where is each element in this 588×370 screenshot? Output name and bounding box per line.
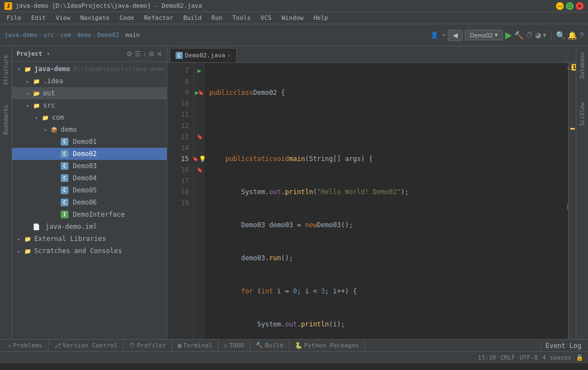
- indent-info[interactable]: 4 spaces: [542, 354, 571, 361]
- panel-gear-button[interactable]: ⚙: [149, 50, 155, 58]
- back-button[interactable]: ◀: [448, 30, 463, 41]
- line-ending[interactable]: CRLF: [500, 354, 515, 361]
- breadcrumb-method: main: [125, 31, 140, 39]
- panel-dropdown[interactable]: ▾: [46, 50, 50, 57]
- breadcrumb-com[interactable]: com: [60, 31, 71, 39]
- tree-item-demo01[interactable]: C Demo01: [12, 136, 167, 148]
- tree-item-idea[interactable]: ▸ 📁 .idea: [12, 75, 167, 87]
- breadcrumb-src[interactable]: src: [43, 31, 54, 39]
- tree-item-root[interactable]: ▾ 📁 java-demo D:\IdeaProjects\java-demo: [12, 63, 167, 75]
- coverage-button[interactable]: ⏱: [526, 31, 533, 39]
- gutter-17: [194, 175, 205, 186]
- ln-11: 11: [167, 109, 193, 120]
- main-layout: Structure Bookmarks Project ▾ ⚙ ☰ ↕ ⚙ ✕ …: [0, 46, 588, 339]
- tree-item-demo05[interactable]: C Demo05: [12, 184, 167, 196]
- panel-sort-button[interactable]: ↕: [143, 50, 146, 58]
- code-content[interactable]: public class Demo02 { public static void…: [205, 63, 568, 339]
- menu-window[interactable]: Window: [277, 13, 308, 23]
- profiler-button[interactable]: ◕ ▾: [535, 31, 547, 39]
- tree-item-extlib[interactable]: ▸ 📁 External Libraries: [12, 233, 167, 245]
- search-button[interactable]: 🔍: [556, 31, 565, 40]
- menu-edit[interactable]: Edit: [27, 13, 51, 23]
- panel-header: Project ▾ ⚙ ☰ ↕ ⚙ ✕: [12, 46, 167, 62]
- profiler-tab[interactable]: ⏱ Profiler: [124, 340, 172, 352]
- problems-tab[interactable]: ⚠ Problems: [2, 340, 49, 352]
- tree-item-demo02[interactable]: C Demo02: [12, 148, 167, 160]
- status-bar: 15:10 CRLF UTF-8 4 spaces 🔒: [0, 351, 588, 363]
- close-button[interactable]: ✕: [576, 2, 584, 10]
- warning-indicator[interactable]: ⚠ 1: [567, 64, 576, 72]
- tree-item-demo-package[interactable]: ▾ 📦 demo: [12, 124, 167, 136]
- menu-build[interactable]: Build: [179, 13, 206, 23]
- profile-icon[interactable]: 👤 ▾: [431, 31, 446, 39]
- toolbar-separator: [551, 31, 552, 40]
- code-line-9: public static void main(String[] args) {: [209, 153, 564, 164]
- tree-item-iml[interactable]: 📄 java-demo.iml: [12, 221, 167, 233]
- tree-item-demo04[interactable]: C Demo04: [12, 172, 167, 184]
- encoding[interactable]: UTF-8: [520, 354, 538, 361]
- tree-item-out[interactable]: ▾ 📂 out: [12, 87, 167, 99]
- ln-16: 16: [167, 164, 193, 175]
- menu-help[interactable]: Help: [309, 13, 333, 23]
- help-button[interactable]: ?: [579, 31, 584, 40]
- profiler-icon: ⏱: [129, 342, 135, 349]
- menu-navigate[interactable]: Navigate: [76, 13, 114, 23]
- menu-tools[interactable]: Tools: [228, 13, 255, 23]
- tree-item-com[interactable]: ▾ 📁 com: [12, 111, 167, 124]
- menu-code[interactable]: Code: [115, 13, 139, 23]
- demo05-class-icon: C: [61, 186, 68, 194]
- code-line-11: Demo03 demo03 = new Demo03();: [209, 219, 564, 230]
- menu-run[interactable]: Run: [207, 13, 227, 23]
- out-label: out: [43, 89, 55, 97]
- run-button[interactable]: ▶: [505, 30, 512, 40]
- build-tab[interactable]: 🔨 Build: [250, 340, 289, 352]
- bookmark-9: 🔖: [198, 90, 204, 95]
- sciview-tab[interactable]: SciView: [578, 99, 587, 129]
- menu-file[interactable]: File: [2, 13, 26, 23]
- menu-refactor[interactable]: Refactor: [140, 13, 178, 23]
- tab-more-button[interactable]: ⋮: [559, 53, 574, 62]
- tree-item-scratches[interactable]: ▸ 📁 Scratches and Consoles: [12, 245, 167, 257]
- database-tab[interactable]: Database: [578, 49, 587, 82]
- notifications-button[interactable]: 🔔: [568, 31, 577, 40]
- title-bar-left: J java-demo [D:\IdeaProjects\java-demo] …: [4, 2, 202, 10]
- run-arrow-7[interactable]: ▶: [197, 67, 201, 74]
- structure-tab[interactable]: Structure: [1, 51, 10, 89]
- problems-label: Problems: [13, 342, 43, 349]
- bookmarks-tab[interactable]: Bookmarks: [1, 100, 10, 139]
- maximize-button[interactable]: □: [566, 2, 574, 10]
- python-icon: 🐍: [295, 342, 303, 349]
- tree-item-demo03[interactable]: C Demo03: [12, 160, 167, 172]
- panel-layout-button[interactable]: ☰: [135, 50, 141, 58]
- cursor-position[interactable]: 15:10: [478, 354, 496, 361]
- menu-bar: File Edit View Navigate Code Refactor Bu…: [0, 12, 588, 24]
- tree-item-demointerface[interactable]: I DemoInterface: [12, 208, 167, 221]
- build-button[interactable]: 🔨: [514, 31, 523, 40]
- python-packages-tab[interactable]: 🐍 Python Packages: [289, 340, 365, 352]
- build-label: Build: [265, 342, 283, 349]
- breadcrumb-project[interactable]: java-demo: [4, 31, 38, 39]
- tree-item-demo06[interactable]: C Demo06: [12, 196, 167, 208]
- demo03-label: Demo03: [73, 162, 97, 170]
- git-icon[interactable]: 🔒: [576, 354, 584, 361]
- panel-close-button[interactable]: ✕: [157, 50, 162, 58]
- run-config-selector[interactable]: Demo02 ▾: [465, 30, 503, 40]
- demo04-label: Demo04: [73, 174, 97, 182]
- terminal-tab[interactable]: ▣ Terminal: [172, 340, 219, 352]
- editor-tab-demo02[interactable]: C Demo02.java ✕: [169, 48, 237, 62]
- panel-settings-button[interactable]: ⚙: [126, 50, 133, 58]
- build-icon: 🔨: [256, 342, 263, 349]
- todo-tab[interactable]: ☑ TODO: [219, 340, 250, 352]
- breadcrumb-file[interactable]: Demo02: [97, 31, 119, 39]
- version-control-tab[interactable]: ⎇ Version Control: [49, 340, 124, 352]
- tree-item-src[interactable]: ▾ 📁 src: [12, 99, 167, 111]
- minimize-button[interactable]: —: [556, 2, 564, 10]
- tab-label: Demo02.java: [185, 52, 225, 59]
- event-log-area[interactable]: Event Log: [541, 342, 586, 350]
- tab-close-button[interactable]: ✕: [227, 52, 231, 58]
- gutter-19: [194, 197, 205, 208]
- ln-10: 10: [167, 98, 193, 109]
- menu-view[interactable]: View: [51, 13, 75, 23]
- breadcrumb-demo[interactable]: demo: [77, 31, 92, 39]
- menu-vcs[interactable]: VCS: [256, 13, 276, 23]
